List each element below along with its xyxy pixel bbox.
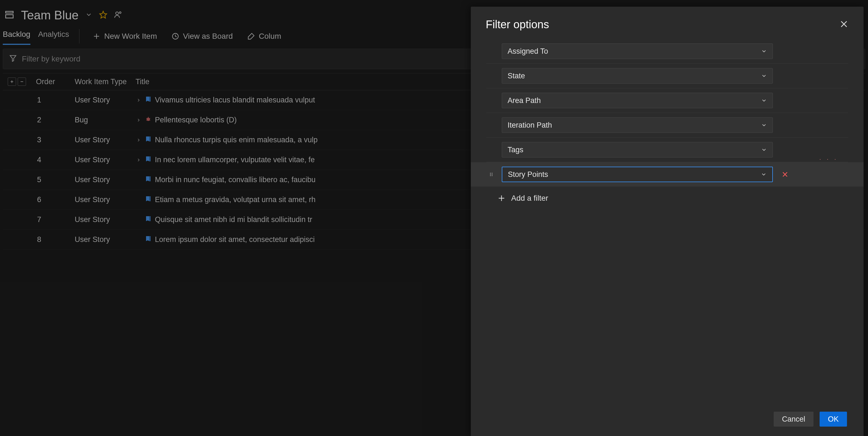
cell-type: User Story bbox=[75, 215, 135, 224]
filter-select-assigned-to[interactable]: Assigned To bbox=[502, 43, 773, 59]
user-story-icon bbox=[145, 215, 152, 224]
svg-point-28 bbox=[492, 173, 493, 174]
panel-footer: Cancel OK bbox=[471, 404, 864, 436]
filter-row-iteration-path: Iteration Path bbox=[486, 113, 848, 138]
svg-point-32 bbox=[492, 175, 493, 176]
svg-rect-0 bbox=[6, 11, 13, 13]
filter-row-assigned-to: Assigned To bbox=[486, 39, 848, 64]
cell-order: 6 bbox=[36, 196, 75, 204]
svg-rect-20 bbox=[150, 156, 151, 162]
view-as-board-label: View as Board bbox=[183, 32, 233, 41]
favorite-star-icon[interactable] bbox=[99, 10, 107, 20]
work-item-title[interactable]: Lorem ipsum dolor sit amet, consectetur … bbox=[155, 235, 315, 244]
svg-marker-8 bbox=[10, 55, 16, 61]
chevron-down-icon bbox=[761, 73, 767, 79]
cell-order: 4 bbox=[36, 155, 75, 164]
work-item-title[interactable]: Nulla rhoncus turpis quis enim malesuada… bbox=[155, 136, 317, 144]
work-item-title[interactable]: In nec lorem ullamcorper, vulputate veli… bbox=[155, 155, 315, 164]
filter-select-story-points[interactable]: Story Points bbox=[502, 167, 773, 182]
team-name: Team Blue bbox=[21, 8, 79, 22]
svg-rect-22 bbox=[150, 196, 151, 201]
svg-rect-24 bbox=[150, 236, 151, 241]
chevron-down-icon bbox=[761, 147, 767, 153]
bug-icon bbox=[145, 116, 152, 124]
filter-select-state[interactable]: State bbox=[502, 68, 773, 84]
user-story-icon bbox=[145, 155, 152, 164]
filter-select-tags[interactable]: Tags bbox=[502, 142, 773, 157]
panel-close-button[interactable] bbox=[839, 19, 849, 30]
user-story-icon bbox=[145, 196, 152, 204]
expand-row-icon[interactable] bbox=[135, 118, 142, 123]
cell-order: 5 bbox=[36, 175, 75, 184]
cell-order: 2 bbox=[36, 116, 75, 124]
expand-row-icon[interactable] bbox=[135, 138, 142, 143]
user-story-icon bbox=[145, 235, 152, 244]
user-story-icon bbox=[145, 136, 152, 144]
filter-select-label: Iteration Path bbox=[507, 121, 552, 129]
filter-row-story-points: Story Points bbox=[471, 162, 864, 186]
svg-rect-1 bbox=[6, 15, 13, 18]
add-filter-button[interactable]: Add a filter bbox=[486, 186, 848, 205]
team-icon bbox=[4, 10, 14, 21]
filter-select-area-path[interactable]: Area Path bbox=[502, 93, 773, 108]
svg-rect-19 bbox=[150, 137, 151, 142]
work-item-title[interactable]: Morbi in nunc feugiat, convallis libero … bbox=[155, 175, 316, 184]
work-item-title[interactable]: Vivamus ultricies lacus blandit malesuad… bbox=[155, 96, 315, 104]
expand-row-icon[interactable] bbox=[135, 157, 142, 163]
user-story-icon bbox=[145, 96, 152, 104]
svg-point-13 bbox=[147, 118, 150, 121]
work-item-title[interactable]: Pellentesque lobortis (D) bbox=[155, 116, 237, 124]
drag-handle-icon[interactable] bbox=[486, 172, 496, 177]
column-options-button[interactable]: Colum bbox=[244, 30, 285, 43]
svg-point-30 bbox=[492, 174, 493, 175]
column-options-label: Colum bbox=[259, 32, 281, 41]
filter-select-label: State bbox=[507, 72, 525, 80]
work-item-title[interactable]: Quisque sit amet nibh id mi blandit soll… bbox=[155, 215, 312, 224]
tab-analytics[interactable]: Analytics bbox=[38, 28, 69, 45]
divider bbox=[79, 29, 80, 43]
filter-row-state: State bbox=[486, 64, 848, 88]
chevron-down-icon bbox=[761, 48, 767, 54]
more-indicator: . . . bbox=[819, 155, 838, 161]
col-work-item-type[interactable]: Work Item Type bbox=[75, 78, 135, 86]
filter-row-tags: Tags bbox=[486, 138, 848, 162]
cell-type: User Story bbox=[75, 175, 135, 184]
filter-icon bbox=[9, 54, 17, 64]
tabs: Backlog Analytics bbox=[3, 28, 69, 45]
svg-point-3 bbox=[116, 12, 118, 15]
cancel-button[interactable]: Cancel bbox=[774, 412, 813, 427]
filter-select-label: Assigned To bbox=[507, 47, 548, 56]
chevron-down-icon bbox=[761, 171, 767, 177]
cell-type: User Story bbox=[75, 136, 135, 144]
panel-title: Filter options bbox=[486, 18, 549, 31]
col-order[interactable]: Order bbox=[36, 78, 75, 86]
team-switcher-chevron-icon[interactable] bbox=[85, 11, 92, 19]
cell-order: 7 bbox=[36, 215, 75, 224]
ok-button[interactable]: OK bbox=[819, 412, 847, 427]
new-work-item-label: New Work Item bbox=[104, 32, 157, 41]
panel-body: Assigned To State Area Path Iter bbox=[471, 36, 864, 404]
cell-order: 8 bbox=[36, 235, 75, 244]
team-members-icon[interactable] bbox=[114, 10, 122, 20]
expand-all-button[interactable] bbox=[8, 78, 16, 86]
collapse-all-button[interactable] bbox=[18, 78, 26, 86]
remove-filter-button[interactable] bbox=[778, 171, 792, 178]
chevron-down-icon bbox=[761, 122, 767, 128]
filter-select-iteration-path[interactable]: Iteration Path bbox=[502, 117, 773, 133]
work-item-title[interactable]: Etiam a metus gravida, volutpat urna sit… bbox=[155, 196, 316, 204]
view-as-board-button[interactable]: View as Board bbox=[168, 30, 236, 43]
filter-select-label: Story Points bbox=[508, 170, 548, 179]
tab-backlog[interactable]: Backlog bbox=[3, 28, 30, 45]
svg-rect-23 bbox=[150, 216, 151, 221]
cell-order: 3 bbox=[36, 136, 75, 144]
cell-type: Bug bbox=[75, 116, 135, 124]
expand-row-icon[interactable] bbox=[135, 98, 142, 103]
filter-select-label: Area Path bbox=[507, 96, 541, 105]
svg-rect-12 bbox=[150, 97, 151, 101]
new-work-item-button[interactable]: New Work Item bbox=[89, 30, 160, 43]
filter-options-panel: Filter options Assigned To State Area bbox=[471, 7, 864, 436]
cell-type: User Story bbox=[75, 196, 135, 204]
cell-type: User Story bbox=[75, 235, 135, 244]
cell-order: 1 bbox=[36, 96, 75, 104]
svg-point-29 bbox=[490, 174, 491, 175]
